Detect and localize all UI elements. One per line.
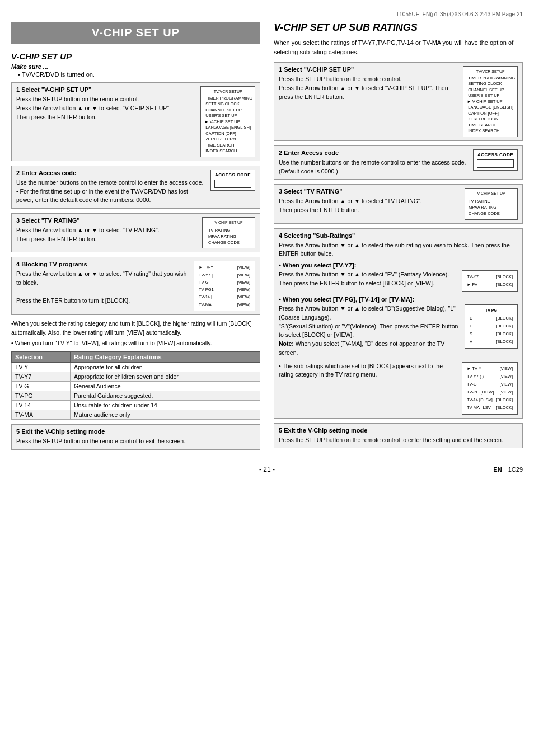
table-row: TV-PG Parental Guidance suggested. (12, 391, 260, 401)
right-step4-box: 4 Selecting "Sub-Ratings" Press the Arro… (274, 228, 523, 419)
right-step2-text: Use the number buttons on the remote con… (279, 158, 469, 176)
left-step2-screen: ACCESS CODE _ _ _ _ (210, 170, 255, 191)
left-step3-text: Press the Arrow button ▲ or ▼ to select … (16, 226, 198, 244)
right-step1-screen: – TV/VCR SETUP – TIMER PROGRAMMING SETTI… (463, 66, 518, 137)
right-step3-heading: 3 Select "TV RATING" (279, 188, 460, 195)
right-step2-content: 2 Enter Access code Use the number butto… (279, 149, 469, 176)
left-step5-text: Press the SETUP button on the remote con… (16, 437, 255, 446)
when-pg-screen: TV-PG D[BLOCK] L[BLOCK] S[BLOCK] V[BLOCK… (465, 304, 518, 349)
when-y7-box: • When you select [TV-Y7]: Press the Arr… (279, 262, 518, 292)
left-step3-box: 3 Select "TV RATING" Press the Arrow but… (11, 213, 260, 252)
left-step3-screen: – V-CHIP SET UP – TV RATING MPAA RATING … (202, 217, 255, 248)
main-title: V-CHIP SET UP (11, 22, 260, 44)
right-step2-screen: ACCESS CODE _ _ _ _ (473, 149, 518, 171)
left-step4-box: 4 Blocking TV programs Press the Arrow b… (11, 257, 260, 315)
when-pg-heading: • When you select [TV-PG], [TV-14] or [T… (279, 296, 518, 303)
right-step3-text: Press the Arrow button ▲ or ▼ to select … (279, 197, 460, 215)
left-step1-box: 1 Select "V-CHIP SET UP" Press the SETUP… (11, 82, 260, 161)
right-step2-box: 2 Enter Access code Use the number butto… (274, 145, 523, 180)
en-badge: EN (493, 466, 502, 473)
left-step5-box: 5 Exit the V-Chip setting mode Press the… (11, 424, 260, 450)
left-step5-heading: 5 Exit the V-Chip setting mode (16, 428, 255, 435)
make-sure-label: Make sure ... (11, 63, 260, 70)
page-footer: - 21 - EN 1C29 (11, 466, 523, 473)
left-step2-content: 2 Enter Access code Use the number butto… (16, 170, 206, 205)
left-blocking-bullets: •When you select the rating category and… (11, 320, 260, 348)
left-bullet: • TV/VCR/DVD is turned on. (18, 71, 260, 78)
right-intro: When you select the ratings of TV-Y7,TV-… (274, 38, 523, 57)
right-step1-text: Press the SETUP button on the remote con… (279, 75, 458, 101)
left-step3-content: 3 Select "TV RATING" Press the Arrow but… (16, 217, 198, 244)
left-step2-box: 2 Enter Access code Use the number butto… (11, 166, 260, 209)
left-step4-content: 4 Blocking TV programs Press the Arrow b… (16, 261, 189, 305)
footer-code: EN 1C29 (493, 466, 523, 473)
when-y7-screen: TV-Y7[BLOCK] ► FV[BLOCK] (462, 270, 518, 292)
right-step3-box: 3 Select "TV RATING" Press the Arrow but… (274, 184, 523, 223)
right-step3-screen: – V-CHIP SET UP – TV RATING MPAA RATING … (465, 188, 518, 219)
right-step1-box: 1 Select "V-CHIP SET UP" Press the SETUP… (274, 62, 523, 141)
left-step2-heading: 2 Enter Access code (16, 170, 206, 176)
when-y7-text: Press the Arrow button ▼ or ▲ to select … (279, 270, 457, 288)
right-step1-heading: 1 Select "V-CHIP SET UP" (279, 66, 458, 73)
page-header: T1055UF_EN(p1-35).QX3 04.6.3 2:43 PM Pag… (11, 11, 523, 17)
page-number: - 21 - (259, 466, 275, 473)
right-step3-content: 3 Select "TV RATING" Press the Arrow but… (279, 188, 460, 215)
product-code: 1C29 (508, 466, 523, 473)
left-step4-screen: ► TV-Y[VIEW] TV-Y7 |[VIEW] TV-G[VIEW] TV… (194, 261, 255, 311)
right-step1-content: 1 Select "V-CHIP SET UP" Press the SETUP… (279, 66, 458, 101)
left-section-title: V-CHIP SET UP (11, 51, 260, 61)
table-row: TV-Y Appropriate for all children (12, 363, 260, 372)
right-step4-heading: 4 Selecting "Sub-Ratings" (279, 232, 518, 239)
left-step1-heading: 1 Select "V-CHIP SET UP" (16, 86, 196, 93)
left-step3-heading: 3 Select "TV RATING" (16, 217, 198, 224)
right-step4-intro: Press the Arrow button ▼ or ▲ to select … (279, 241, 518, 259)
right-step5-heading: 5 Exit the V-Chip setting mode (279, 427, 518, 434)
left-step1-text: Press the SETUP button on the remote con… (16, 95, 196, 121)
table-row: TV-MA Mature audience only (12, 410, 260, 420)
right-step5-box: 5 Exit the V-Chip setting mode Press the… (274, 423, 523, 449)
table-row: TV-G General Audience (12, 382, 260, 391)
table-row: TV-14 Unsuitable for children under 14 (12, 401, 260, 410)
when-pg-text: Press the Arrow button ▼ or ▲ to select … (279, 304, 460, 358)
when-pg-box: • When you select [TV-PG], [TV-14] or [T… (279, 296, 518, 358)
when-y7-heading: • When you select [TV-Y7]: (279, 262, 518, 269)
left-step4-heading: 4 Blocking TV programs (16, 261, 189, 267)
left-column: V-CHIP SET UP V-CHIP SET UP Make sure ..… (11, 22, 260, 454)
table-row: TV-Y7 Appropriate for children seven and… (12, 372, 260, 382)
right-main-title: V-CHIP SET UP SUB RATINGS (274, 22, 523, 34)
rating-table: Selection Rating Category Explanations T… (11, 351, 260, 420)
final-screen: ► TV-Y[VIEW] TV-Y7 ( )[VIEW] TV-G[VIEW] … (462, 362, 518, 415)
left-step4-text: Press the Arrow button ▲ or ▼ to select … (16, 270, 189, 305)
left-step2-text: Use the number buttons on the remote con… (16, 179, 206, 205)
right-step5-text: Press the SETUP button on the remote con… (279, 436, 518, 445)
left-step1-content: 1 Select "V-CHIP SET UP" Press the SETUP… (16, 86, 196, 121)
right-step2-heading: 2 Enter Access code (279, 149, 469, 156)
left-step1-screen: – TV/VCR SETUP – TIMER PROGRAMMING SETTI… (200, 86, 255, 157)
right-column: V-CHIP SET UP SUB RATINGS When you selec… (274, 22, 523, 454)
sub-note: • The sub-ratings which are set to [BLOC… (279, 362, 457, 380)
